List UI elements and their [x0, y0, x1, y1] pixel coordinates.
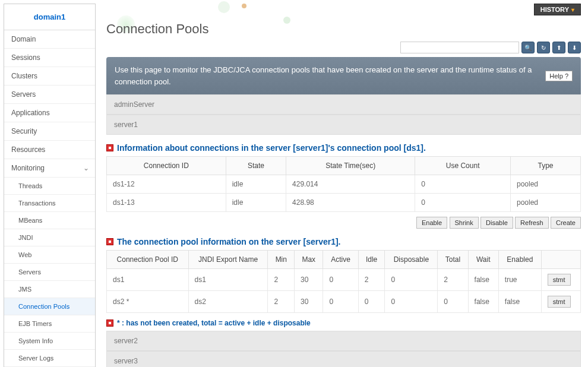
bullet-icon — [106, 319, 113, 327]
nav-web[interactable]: Web — [4, 246, 95, 264]
search-input[interactable] — [400, 42, 519, 53]
cell: 0 — [438, 291, 468, 313]
decorative-dot-2 — [283, 17, 290, 24]
col-pool-id: Connection Pool ID — [107, 251, 189, 269]
col-active: Active — [323, 251, 358, 269]
col-idle: Idle — [358, 251, 385, 269]
chevron-down-icon: ▾ — [571, 7, 574, 13]
cell: stmt — [541, 291, 580, 313]
main-content: HISTORY ▾ Connection Pools 🔍 ↻ ⬆ ⬇ Use t… — [99, 0, 588, 367]
import-icon[interactable]: ⬇ — [568, 42, 581, 53]
panel-adminserver[interactable]: adminServer — [106, 94, 581, 115]
panel-server2[interactable]: server2 — [106, 331, 581, 351]
page-title: Connection Pools — [106, 21, 208, 37]
nav-sessions[interactable]: Sessions — [4, 49, 95, 67]
cell: 2 — [268, 269, 295, 291]
col-conn-id: Connection ID — [107, 157, 226, 175]
domain-title[interactable]: domain1 — [4, 4, 95, 30]
nav-server-logs[interactable]: Server Logs — [4, 350, 95, 367]
nav-applications[interactable]: Applications — [4, 104, 95, 122]
cell: 2 — [358, 269, 385, 291]
bullet-icon — [106, 238, 113, 245]
help-label: Help — [549, 72, 563, 80]
nav-ejb-timers[interactable]: EJB Timers — [4, 315, 95, 333]
nav-security[interactable]: Security — [4, 122, 95, 141]
section2-header: The connection pool information on the s… — [106, 237, 581, 246]
col-wait: Wait — [468, 251, 498, 269]
connections-table: Connection ID State State Time(sec) Use … — [106, 156, 581, 212]
nav-resources[interactable]: Resources — [4, 141, 95, 159]
nav-sub-servers[interactable]: Servers — [4, 264, 95, 281]
cell: pooled — [510, 175, 580, 194]
history-label: HISTORY — [540, 6, 569, 13]
cell: false — [468, 269, 498, 291]
section1-title: Information about connections in the ser… — [117, 143, 426, 153]
cell: ds1 — [188, 269, 268, 291]
footnote-text: * : has not been created, total = active… — [117, 319, 311, 327]
nav-jms[interactable]: JMS — [4, 281, 95, 298]
cell: 0 — [385, 269, 438, 291]
history-button[interactable]: HISTORY ▾ — [534, 4, 581, 15]
action-buttons: Enable Shrink Disable Refresh Create — [106, 217, 581, 229]
panel-server1[interactable]: server1 — [106, 115, 581, 135]
cell: false — [468, 291, 498, 313]
nav-servers[interactable]: Servers — [4, 86, 95, 104]
nav-monitoring[interactable]: Monitoring — [4, 159, 95, 178]
table-row[interactable]: ds1-12 idle 429.014 0 pooled — [107, 175, 581, 194]
col-jndi: JNDI Export Name — [188, 251, 268, 269]
stmt-button[interactable]: stmt — [548, 274, 571, 286]
help-icon: ? — [565, 72, 568, 80]
banner-text: Use this page to monitor the JDBC/JCA co… — [115, 64, 539, 87]
table-row[interactable]: ds1 ds1 2 30 0 2 0 2 false true stmt — [107, 269, 581, 291]
decorative-dot — [242, 4, 246, 8]
cell: ds1-12 — [107, 175, 226, 194]
cell: 30 — [295, 269, 323, 291]
footnote: * : has not been created, total = active… — [106, 319, 581, 327]
enable-button[interactable]: Enable — [416, 217, 447, 229]
cell: ds1-13 — [107, 194, 226, 212]
refresh-icon[interactable]: ↻ — [537, 42, 550, 53]
section2-title: The connection pool information on the s… — [117, 237, 341, 246]
cell: 429.014 — [286, 175, 415, 194]
nav-jndi[interactable]: JNDI — [4, 229, 95, 246]
table-row[interactable]: ds1-13 idle 428.98 0 pooled — [107, 194, 581, 212]
help-button[interactable]: Help ? — [545, 71, 573, 81]
col-max: Max — [295, 251, 323, 269]
col-action — [541, 251, 580, 269]
table-row[interactable]: ds2 * ds2 2 30 0 0 0 0 false false stmt — [107, 291, 581, 313]
nav-domain[interactable]: Domain — [4, 30, 95, 49]
cell: ds1 — [107, 269, 189, 291]
col-disposable: Disposable — [385, 251, 438, 269]
nav-threads[interactable]: Threads — [4, 178, 95, 195]
shrink-button[interactable]: Shrink — [450, 217, 479, 229]
col-min: Min — [268, 251, 295, 269]
nav-system-info[interactable]: System Info — [4, 333, 95, 350]
col-state: State — [226, 157, 286, 175]
cell: 0 — [415, 194, 511, 212]
cell: idle — [226, 194, 286, 212]
cell: 428.98 — [286, 194, 415, 212]
nav-transactions[interactable]: Transactions — [4, 195, 95, 212]
sidebar: domain1 Domain Sessions Clusters Servers… — [4, 4, 96, 367]
refresh-button[interactable]: Refresh — [515, 217, 549, 229]
cell: 0 — [385, 291, 438, 313]
panel-server3[interactable]: server3 — [106, 351, 581, 367]
col-use-count: Use Count — [415, 157, 511, 175]
cell: 2 — [438, 269, 468, 291]
nav-mbeans[interactable]: MBeans — [4, 212, 95, 229]
stmt-button[interactable]: stmt — [548, 296, 571, 308]
col-enabled: Enabled — [498, 251, 541, 269]
disable-button[interactable]: Disable — [480, 217, 513, 229]
col-type: Type — [510, 157, 580, 175]
info-banner: Use this page to monitor the JDBC/JCA co… — [106, 57, 581, 94]
pools-table: Connection Pool ID JNDI Export Name Min … — [106, 250, 581, 313]
cell: 0 — [358, 291, 385, 313]
nav-connection-pools[interactable]: Connection Pools — [4, 298, 95, 315]
search-icon[interactable]: 🔍 — [521, 42, 535, 53]
create-button[interactable]: Create — [551, 217, 581, 229]
nav-clusters[interactable]: Clusters — [4, 67, 95, 86]
cell: 0 — [415, 175, 511, 194]
export-icon[interactable]: ⬆ — [552, 42, 565, 53]
cell: ds2 * — [107, 291, 189, 313]
cell: 0 — [323, 291, 358, 313]
